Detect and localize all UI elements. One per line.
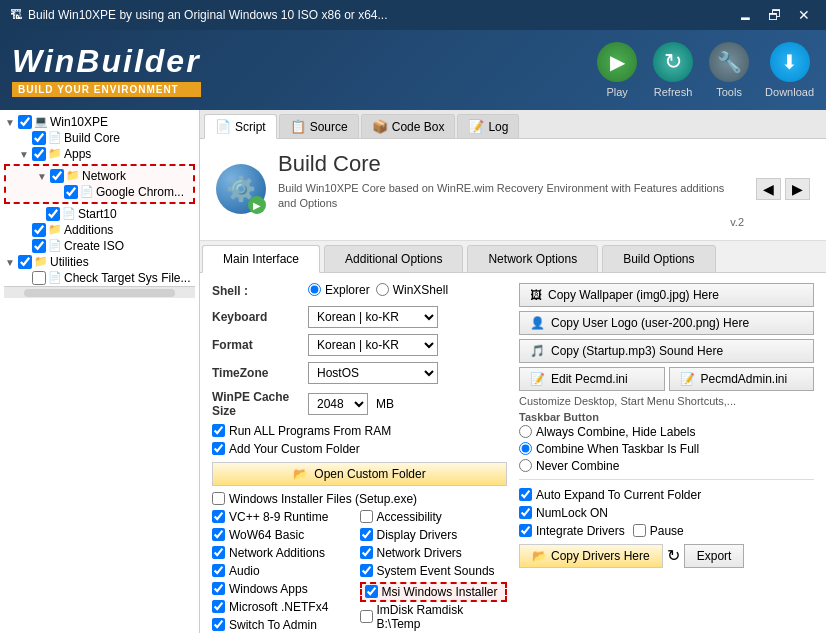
- copy-user-logo-button[interactable]: 👤 Copy User Logo (user-200.png) Here: [519, 311, 814, 335]
- tree-check-network[interactable]: [50, 169, 64, 183]
- tree-item-buildcore[interactable]: 📄 Build Core: [4, 130, 195, 146]
- pause-check[interactable]: [633, 524, 646, 537]
- window-title: Build Win10XPE by using an Original Wind…: [28, 8, 388, 22]
- taskbar-never-radio[interactable]: [519, 459, 532, 472]
- add-custom-folder-check[interactable]: [212, 442, 225, 455]
- item-icon: 📄: [48, 131, 62, 145]
- integrate-drivers-check[interactable]: [519, 524, 532, 537]
- tree-check-buildcore[interactable]: [32, 131, 46, 145]
- tree-panel[interactable]: ▼ 💻 Win10XPE 📄 Build Core ▼ 📁 Apps ▼: [0, 110, 200, 633]
- tree-scrollbar[interactable]: [4, 286, 195, 298]
- vc-runtime-check[interactable]: [212, 510, 225, 523]
- tree-label: Start10: [78, 207, 117, 221]
- tab-log[interactable]: 📝 Log: [457, 114, 519, 138]
- audio-check[interactable]: [212, 564, 225, 577]
- tree-toggle[interactable]: ▼: [36, 171, 48, 182]
- network-drivers-check[interactable]: [360, 546, 373, 559]
- download-button[interactable]: ⬇ Download: [765, 42, 814, 98]
- tree-item-start10[interactable]: 📄 Start10: [4, 206, 195, 222]
- tree-check-apps[interactable]: [32, 147, 46, 161]
- windows-installer-check[interactable]: [212, 492, 225, 505]
- imdisk-row: ImDisk Ramdisk B:\Temp: [360, 603, 508, 631]
- numlock-check[interactable]: [519, 506, 532, 519]
- tree-item-additions[interactable]: 📁 Additions: [4, 222, 195, 238]
- left-checks: VC++ 8-9 Runtime WoW64 Basic Network Add…: [212, 510, 360, 633]
- inner-tab-additional[interactable]: Additional Options: [324, 245, 463, 273]
- nav-next-button[interactable]: ▶: [785, 178, 810, 200]
- system-event-sounds-check[interactable]: [360, 564, 373, 577]
- explorer-radio-label[interactable]: Explorer: [308, 283, 370, 297]
- export-button[interactable]: Export: [684, 544, 745, 568]
- inner-tab-main[interactable]: Main Interface: [202, 245, 320, 273]
- copy-drivers-button[interactable]: 📂 Copy Drivers Here: [519, 544, 663, 568]
- app-header: WinBuilder BUILD YOUR ENVIRONMENT ▶ Play…: [0, 30, 826, 110]
- wow64-check[interactable]: [212, 528, 225, 541]
- open-custom-folder-button[interactable]: 📂 Open Custom Folder: [212, 462, 507, 486]
- timezone-select[interactable]: HostOS: [308, 362, 438, 384]
- copy-sound-button[interactable]: 🎵 Copy (Startup.mp3) Sound Here: [519, 339, 814, 363]
- taskbar-always-radio[interactable]: [519, 425, 532, 438]
- network-additions-check[interactable]: [212, 546, 225, 559]
- tree-toggle[interactable]: ▼: [4, 257, 16, 268]
- tree-check-start10[interactable]: [46, 207, 60, 221]
- imdisk-check[interactable]: [360, 610, 373, 623]
- close-button[interactable]: ✕: [792, 7, 816, 23]
- switch-admin-check[interactable]: [212, 618, 225, 631]
- auto-expand-row: Auto Expand To Current Folder: [519, 488, 814, 502]
- tab-codebox[interactable]: 📦 Code Box: [361, 114, 456, 138]
- audio-row: Audio: [212, 564, 360, 578]
- winxshell-radio[interactable]: [376, 283, 389, 296]
- inner-tab-network[interactable]: Network Options: [467, 245, 598, 273]
- minimize-button[interactable]: 🗕: [732, 7, 758, 23]
- inner-tab-build[interactable]: Build Options: [602, 245, 715, 273]
- tree-item-checktarget[interactable]: 📄 Check Target Sys File...: [4, 270, 195, 286]
- refresh-button[interactable]: ↻ Refresh: [653, 42, 693, 98]
- copy-drivers-icon: 📂: [532, 549, 547, 563]
- tools-button[interactable]: 🔧 Tools: [709, 42, 749, 98]
- inner-tab-additional-label: Additional Options: [345, 252, 442, 266]
- auto-expand-check[interactable]: [519, 488, 532, 501]
- tree-item-googlechrome[interactable]: 📄 Google Chrom...: [8, 184, 191, 200]
- tree-item-win10xpe[interactable]: ▼ 💻 Win10XPE: [4, 114, 195, 130]
- copy-wallpaper-button[interactable]: 🖼 Copy Wallpaper (img0.jpg) Here: [519, 283, 814, 307]
- export-label: Export: [697, 549, 732, 563]
- edit-pecmd-button[interactable]: 📝 Edit Pecmd.ini: [519, 367, 665, 391]
- pecmdadmin-button[interactable]: 📝 PecmdAdmin.ini: [669, 367, 815, 391]
- run-all-ram-check[interactable]: [212, 424, 225, 437]
- tree-check-createiso[interactable]: [32, 239, 46, 253]
- pause-row: Pause: [633, 524, 684, 538]
- tree-toggle[interactable]: ▼: [18, 149, 30, 160]
- tab-source[interactable]: 📋 Source: [279, 114, 359, 138]
- wincache-select[interactable]: 2048: [308, 393, 368, 415]
- tree-check-utilities[interactable]: [18, 255, 32, 269]
- explorer-label: Explorer: [325, 283, 370, 297]
- format-select[interactable]: Korean | ko-KR: [308, 334, 438, 356]
- tree-item-utilities[interactable]: ▼ 📁 Utilities: [4, 254, 195, 270]
- microsoft-netfx-check[interactable]: [212, 600, 225, 613]
- taskbar-combine-radio[interactable]: [519, 442, 532, 455]
- accessibility-check[interactable]: [360, 510, 373, 523]
- tree-check-checktarget[interactable]: [32, 271, 46, 285]
- explorer-radio[interactable]: [308, 283, 321, 296]
- tree-item-createiso[interactable]: 📄 Create ISO: [4, 238, 195, 254]
- tab-script[interactable]: 📄 Script: [204, 114, 277, 139]
- nav-prev-button[interactable]: ◀: [756, 178, 781, 200]
- item-icon: 📄: [48, 271, 62, 285]
- title-bar-controls[interactable]: 🗕 🗗 ✕: [732, 7, 816, 23]
- tree-item-apps[interactable]: ▼ 📁 Apps: [4, 146, 195, 162]
- maximize-button[interactable]: 🗗: [762, 7, 788, 23]
- display-drivers-check[interactable]: [360, 528, 373, 541]
- tree-toggle[interactable]: ▼: [4, 117, 16, 128]
- msi-installer-check[interactable]: [365, 585, 378, 598]
- tree-check-additions[interactable]: [32, 223, 46, 237]
- play-button[interactable]: ▶ Play: [597, 42, 637, 98]
- windows-apps-check[interactable]: [212, 582, 225, 595]
- keyboard-select[interactable]: Korean | ko-KR: [308, 306, 438, 328]
- winxshell-radio-label[interactable]: WinXShell: [376, 283, 448, 297]
- source-tab-icon: 📋: [290, 119, 306, 134]
- tree-check-win10xpe[interactable]: [18, 115, 32, 129]
- numlock-label: NumLock ON: [536, 506, 608, 520]
- tree-item-network[interactable]: ▼ 📁 Network: [8, 168, 191, 184]
- inner-tab-network-label: Network Options: [488, 252, 577, 266]
- tree-check-googlechrome[interactable]: [64, 185, 78, 199]
